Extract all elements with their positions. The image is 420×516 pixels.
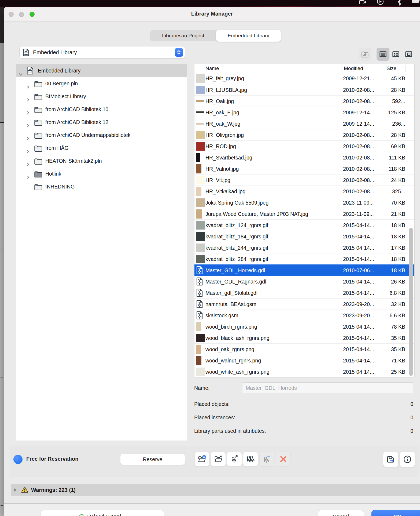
- file-list-header: Name Modified Size: [194, 64, 414, 73]
- add-library-button[interactable]: [194, 452, 209, 467]
- tree-item-heaton-sk-rmtak2-pln[interactable]: HEATON-Skärmtak2.pln: [16, 154, 187, 167]
- placed-objects-value: 0: [410, 400, 413, 408]
- file-row-kvadrat-blitz-184-rgnrs-gif[interactable]: kvadrat_blitz_184_rgnrs.gif2015-04-14...…: [194, 231, 414, 242]
- file-row-wood-black-ash-rgnrs-png[interactable]: wood_black_ash_rgnrs.png2015-04-14...35 …: [194, 332, 414, 344]
- column-divider: [341, 65, 341, 72]
- dropdown-stepper-icon[interactable]: [175, 48, 183, 57]
- file-name: kvadrat_blitz_244_rgnrs.gif: [205, 242, 268, 253]
- tree-item-00-bergen-pln[interactable]: 00 Bergen.pln: [16, 77, 187, 90]
- tree-item-from-archicad-bibliotek-12[interactable]: from ArchiCAD Bibliotek 12: [16, 116, 187, 129]
- file-size: 35 KB: [391, 344, 405, 355]
- info-button[interactable]: [400, 452, 415, 467]
- file-name: kvadrat_blitz_184_rgnrs.gif: [205, 231, 268, 242]
- file-list-body: HR_felt_grey.jpg2009-12-21...45 KBHR_LJU…: [194, 73, 414, 377]
- file-row-wood-birch-rgnrs-png[interactable]: wood_birch_rgnrs.png2015-04-14...78 KB: [194, 321, 414, 332]
- file-row-hr-vit-jpg[interactable]: HR_Vit.jpg2010-02-08...24 KB: [194, 174, 414, 186]
- file-name: Joka Spring Oak 5509.jpeg: [205, 197, 268, 208]
- battery-icon[interactable]: [411, 0, 420, 6]
- library-selector-dropdown[interactable]: Embedded Library: [19, 46, 185, 59]
- disclosure-triangle-icon[interactable]: [14, 488, 17, 493]
- file-name: Master_gdl_Stolab.gdl: [205, 287, 257, 299]
- file-row-hr-oak-jpg[interactable]: HR_Oak.jpg2010-02-08...592...: [194, 95, 414, 107]
- cancel-button[interactable]: Cancel: [318, 510, 364, 516]
- ok-button[interactable]: OK: [371, 510, 420, 516]
- file-row-hr-oak-e-jpg[interactable]: HR_oak_E.jpg2009-12-14...125 KB: [194, 107, 414, 118]
- list-view-button[interactable]: [377, 48, 389, 61]
- column-header-name[interactable]: Name: [205, 64, 219, 73]
- reload-and-apply-button[interactable]: Reload & Appl: [41, 510, 164, 516]
- tree-item-from-h-g[interactable]: from HÅG: [16, 141, 187, 154]
- tree-item-inredning[interactable]: INREDNING: [16, 180, 187, 193]
- background-window-strip: [0, 7, 4, 516]
- library-parts-row: Library parts used in attributes: 0: [194, 427, 413, 435]
- add-object-button[interactable]: [227, 452, 242, 467]
- tree-item-hotlink[interactable]: Hotlink: [16, 167, 187, 180]
- file-size: 70 KB: [391, 197, 405, 208]
- file-size: 325...: [392, 186, 405, 197]
- single-view-button[interactable]: [402, 48, 415, 61]
- name-input[interactable]: Master_GDL_Horreds: [242, 382, 413, 393]
- folder-icon: [34, 183, 43, 196]
- duplicate-object-button[interactable]: [243, 452, 258, 467]
- file-name: HR_oak_E.jpg: [205, 107, 239, 118]
- embedded-library-icon: [23, 49, 29, 57]
- file-row-kvadrat-blitz-124-rgnrs-gif[interactable]: kvadrat_blitz_124_rgnrs.gif2015-04-14...…: [194, 219, 414, 231]
- file-size: 78 KB: [391, 321, 405, 332]
- file-row-hr-svartbetsad-jpg[interactable]: HR_Svartbetsad.jpg2010-02-08...111 KB: [194, 152, 414, 163]
- file-row-hr-olivgron-jpg[interactable]: HR_Olivgron.jpg2010-02-08...28 KB: [194, 129, 414, 141]
- delete-item-button[interactable]: [276, 452, 291, 467]
- warnings-label: Warnings: 223 (1): [31, 484, 76, 496]
- file-row-wood-walnut-rgnrs-png[interactable]: wood_walnut_rgnrs.png2015-04-14...71 KB: [194, 355, 414, 366]
- file-row-master-gdl-stolab-gdl[interactable]: Master_gdl_Stolab.gdl2015-04-14...6.8 KB: [194, 287, 414, 299]
- file-row-kvadrat-blitz-244-rgnrs-gif[interactable]: kvadrat_blitz_244_rgnrs.gif2015-04-14...…: [194, 242, 414, 253]
- file-row-master-gdl-horreds-gdl[interactable]: Master_GDL_Horreds.gdl2010-07-06...18 KB: [194, 264, 414, 276]
- name-label: Name:: [194, 385, 209, 391]
- file-row-kvadrat-blitz-284-rgnrs-gif[interactable]: kvadrat_blitz_284_rgnrs.gif2015-04-14...…: [194, 253, 414, 265]
- file-row-namnruta-beast-gsm[interactable]: namnruta_BEAst.gsm2023-09-20...32 KB: [194, 298, 414, 310]
- warnings-bar[interactable]: Warnings: 223 (1): [11, 484, 420, 496]
- file-row-hr-felt-grey-jpg[interactable]: HR_felt_grey.jpg2009-12-21...45 KB: [194, 73, 414, 84]
- file-row-joka-spring-oak-5509-jpeg[interactable]: Joka Spring Oak 5509.jpeg2023-11-09...70…: [194, 197, 414, 208]
- export-library-button[interactable]: [211, 452, 226, 467]
- file-modified: 2009-12-14...: [343, 107, 374, 118]
- parent-folder-button[interactable]: [359, 48, 371, 61]
- file-row-hr-ljusbla-jpg[interactable]: HR_LJUSBLA.jpg2010-02-08...28 KB: [194, 84, 414, 96]
- file-name: HR_Svartbetsad.jpg: [205, 152, 252, 163]
- file-row-master-gdl-ragnars-gdl[interactable]: Master_GDL_Ragnars.gdl2015-04-14...26 KB: [194, 276, 414, 287]
- tree-item-embedded-library[interactable]: Embedded Library: [16, 64, 187, 77]
- tree-item-label: Hotlink: [45, 167, 61, 180]
- video-camera-icon[interactable]: [359, 0, 367, 6]
- screen-mirroring-icon[interactable]: [377, 0, 384, 6]
- tree-item-from-archicad-bibliotek-10[interactable]: from ArchiCAD Bibliotek 10: [16, 103, 187, 116]
- file-row-hr-oak-w-jpg[interactable]: HR_oak_W.jpg2009-12-14...236...: [194, 118, 414, 129]
- bluetooth-icon[interactable]: [396, 0, 402, 6]
- file-size: 236...: [392, 118, 405, 129]
- tree-item-label: Embedded Library: [38, 64, 80, 77]
- file-row-wood-oak-rgnrs-png[interactable]: wood_oak_rgnrs.png2015-04-14...35 KB: [194, 343, 414, 355]
- save-as-button[interactable]: [383, 452, 399, 467]
- grid-view-button[interactable]: [389, 48, 402, 61]
- file-modified: 2015-04-14...: [343, 321, 374, 332]
- reserve-button[interactable]: Reserve: [120, 454, 185, 465]
- tab-libraries-in-project[interactable]: Libraries in Project: [150, 30, 216, 41]
- file-row-hr-rod-jpg[interactable]: HR_ROD.jpg2010-02-08...69 KB: [194, 140, 414, 152]
- texture-thumbnail: [196, 368, 205, 376]
- tree-item-label: from ArchiCAD Bibliotek 12: [45, 116, 108, 129]
- file-row-skalstock-gsm[interactable]: skalstock.gsm2023-09-20...6.6 KB: [194, 310, 414, 321]
- tab-embedded-library[interactable]: Embedded Library: [216, 30, 281, 42]
- file-row-jurupa-wood-couture-master-jp03-nat-jpg[interactable]: Jurupa Wood Couture, Master JP03 NAT.jpg…: [194, 208, 414, 220]
- file-size: 28 KB: [391, 129, 405, 141]
- column-header-size[interactable]: Size: [386, 64, 396, 73]
- column-header-modified[interactable]: Modified: [344, 64, 363, 73]
- texture-thumbnail: [196, 187, 201, 196]
- file-row-hr-vitkalkad-jpg[interactable]: HR_Vitkalkad.jpg2010-02-08...325...: [194, 186, 414, 197]
- file-row-wood-white-ash-rgnrs-png[interactable]: wood_white_ash_rgnrs.png2015-04-14...25 …: [194, 366, 414, 377]
- file-size: 18 KB: [391, 220, 405, 231]
- tree-item-from-archicad-undermappsbibliotek[interactable]: from ArchiCAD Undermappsbibliotek: [16, 129, 187, 141]
- vertical-scrollbar[interactable]: [409, 228, 413, 376]
- move-object-button[interactable]: [259, 452, 274, 467]
- file-row-hr-valnot-jpg[interactable]: HR_Valnot.jpg2010-02-08...118 KB: [194, 163, 414, 175]
- texture-thumbnail: [196, 153, 200, 162]
- tab-bar: Libraries in Project Embedded Library: [150, 30, 281, 41]
- tree-item-bimobject-library[interactable]: BIMobject Library: [16, 90, 187, 103]
